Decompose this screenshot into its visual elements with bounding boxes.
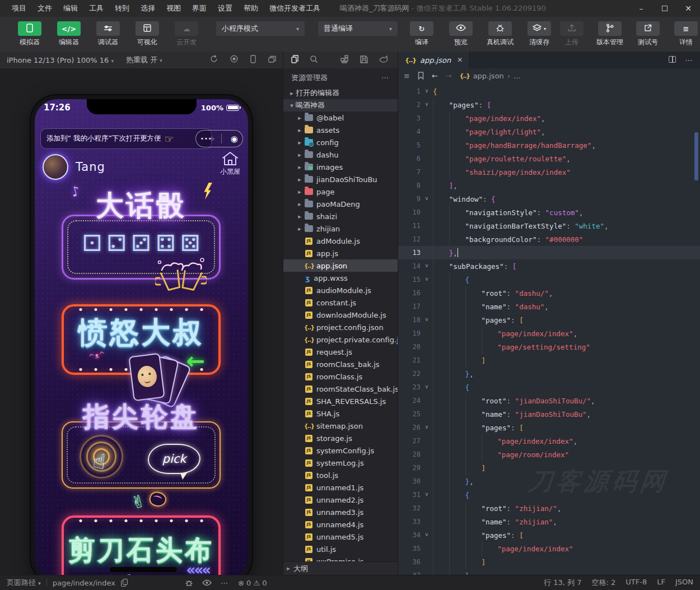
tree-item-app.wxss[interactable]: ʒapp.wxss [283, 272, 398, 284]
code-line-21[interactable]: 21] [398, 354, 700, 367]
black-room-button[interactable]: 小黑屋 [220, 151, 240, 176]
code-line-15[interactable]: 15˅{ [398, 273, 700, 286]
code-line-7[interactable]: 7"shaizi/page/index/index" [398, 165, 700, 179]
page-path-select[interactable]: 页面路径 ▾ [7, 578, 41, 588]
search-icon[interactable] [310, 55, 318, 65]
preview-eye-icon[interactable] [202, 579, 212, 586]
tree-item-dashu[interactable]: ▸dashu [283, 148, 398, 161]
code-line-20[interactable]: 20"page/setting/setting" [398, 340, 700, 354]
nav-back-icon[interactable]: ← [432, 72, 438, 80]
fold-chevron-icon[interactable]: ˅ [421, 263, 433, 270]
版本管理-button[interactable]: 版本管理 [594, 21, 626, 47]
record-icon[interactable] [230, 55, 238, 65]
code-line-1[interactable]: 1˅{ [398, 85, 700, 98]
code-line-24[interactable]: 24"root": "jianDaoShiTouBu/", [398, 394, 700, 407]
banner-zhijianlunpan[interactable]: 指尖轮盘 ☝ pick [62, 421, 221, 489]
tree-item-zhijian[interactable]: ▸zhijian [283, 222, 398, 235]
tree-item-constant.js[interactable]: JSconstant.js [283, 296, 398, 309]
tree-item-downloadModule.js[interactable]: JSdownloadModule.js [283, 309, 398, 321]
banner-dahuatou[interactable]: 大话骰 ♪ ⚀⚁⚂⚃⚄ [62, 215, 221, 280]
multi-window-icon[interactable] [268, 55, 276, 65]
code-line-37[interactable]: 37}, [398, 569, 700, 575]
menu-编辑[interactable]: 编辑 [58, 2, 83, 15]
banner-fennudashu[interactable]: 愤怒大叔 ← ^ᴥ^ [62, 304, 221, 375]
tree-item-page[interactable]: ▸page [283, 185, 398, 198]
fold-chevron-icon[interactable]: ˅ [421, 424, 433, 431]
模拟器-button[interactable]: 模拟器 [13, 21, 46, 47]
code-line-26[interactable]: 26˅"pages": [ [398, 421, 700, 434]
language-mode[interactable]: JSON [675, 578, 693, 588]
真机调试-button[interactable]: 真机调试 [484, 21, 516, 47]
statusbar-more-icon[interactable]: ⋯ [221, 579, 229, 587]
tree-item-SHA.js[interactable]: JSSHA.js [283, 407, 398, 420]
code-line-18[interactable]: 18˅"pages": [ [398, 313, 700, 327]
code-line-29[interactable]: 29] [398, 461, 700, 475]
tree-item-unnamed2.js[interactable]: JSunnamed2.js [283, 494, 398, 506]
tree-item-jianDaoShiTouBu[interactable]: ▸jianDaoShiTouBu [283, 173, 398, 185]
close-miniprogram-icon[interactable]: ◉ [231, 134, 238, 144]
tree-item-systemConfig.js[interactable]: JSsystemConfig.js [283, 444, 398, 457]
nav-forward-icon[interactable]: → [446, 72, 452, 80]
tab-app-json[interactable]: {‥} app.json ✕ [398, 52, 470, 68]
wechat-capsule[interactable]: ••• ◉ [195, 130, 243, 147]
code-line-5[interactable]: 5"page/handBarrage/handBarrage", [398, 138, 700, 152]
可视化-button[interactable]: 可视化 [131, 21, 164, 47]
code-line-28[interactable]: 28"page/room/index" [398, 448, 700, 461]
详情-button[interactable]: ≡详情 [670, 21, 700, 47]
fold-chevron-icon[interactable]: ˅ [421, 101, 433, 108]
code-line-9[interactable]: 9˅"window": { [398, 192, 700, 206]
code-line-12[interactable]: 12"backgroundColor": "#000000" [398, 233, 700, 246]
indentation-setting[interactable]: 空格: 2 [592, 578, 616, 588]
tree-item-assets[interactable]: ▸assets [283, 124, 398, 136]
tree-item-roomClass.js[interactable]: JSroomClass.js [283, 370, 398, 383]
code-line-16[interactable]: 16"root": "dashu/", [398, 286, 700, 300]
code-line-36[interactable]: 36] [398, 555, 700, 569]
tree-item-app.js[interactable]: JSapp.js [283, 247, 398, 259]
breadcrumb[interactable]: {‥} app.json › … [460, 72, 521, 80]
rotate-icon[interactable] [210, 55, 218, 65]
tree-item-images[interactable]: ▸images [283, 161, 398, 173]
code-line-33[interactable]: 33"name": "zhijian", [398, 515, 700, 528]
menu-微信开发者工具[interactable]: 微信开发者工具 [264, 2, 325, 15]
code-line-10[interactable]: 10"navigationStyle": "custom", [398, 206, 700, 219]
fold-chevron-icon[interactable]: ˅ [421, 276, 433, 283]
清缓存-button[interactable]: ▾清缓存 [523, 21, 556, 47]
outline-section[interactable]: ▸大纲 [283, 561, 398, 575]
more-menu-icon[interactable]: ••• [200, 136, 212, 142]
code-editor[interactable]: 刀客源码网 1˅{2˅"pages": [3"page/index/index"… [398, 83, 700, 575]
tree-item-request.js[interactable]: JSrequest.js [283, 346, 398, 358]
code-line-34[interactable]: 34˅"pages": [ [398, 528, 700, 542]
code-line-35[interactable]: 35"page/index/index" [398, 542, 700, 555]
save-icon[interactable] [360, 55, 368, 65]
menu-帮助[interactable]: 帮助 [239, 2, 263, 15]
tree-item-project.private.config.js…[interactable]: {‥}project.private.config.js… [283, 333, 398, 346]
cursor-position[interactable]: 行 13, 列 7 [544, 578, 581, 588]
files-icon[interactable] [291, 55, 298, 65]
fold-chevron-icon[interactable]: ˅ [421, 88, 433, 95]
whale-icon[interactable] [379, 55, 389, 64]
code-line-6[interactable]: 6"page/roulette/roulette", [398, 152, 700, 165]
device-select[interactable]: iPhone 12/13 (Pro) 100% 16 ▾ [7, 56, 114, 64]
close-button[interactable]: ✕ [676, 0, 700, 17]
debug-icon[interactable] [185, 579, 193, 587]
user-profile[interactable]: Tang [43, 154, 105, 180]
code-line-8[interactable]: 8], [398, 179, 700, 192]
minimize-button[interactable]: – [629, 0, 653, 17]
menu-设置[interactable]: 设置 [213, 2, 237, 15]
code-line-32[interactable]: 32"root": "zhijian/", [398, 501, 700, 515]
code-line-23[interactable]: 23˅{ [398, 380, 700, 394]
code-line-13[interactable]: 13}, [398, 246, 700, 259]
tree-item-project.config.json[interactable]: {‥}project.config.json [283, 321, 398, 333]
miniprogram-screen[interactable]: 17:26 100% 添加到“ 我的小程序”下次打开更方便☞ ••• ◉ [35, 99, 248, 580]
tree-item-wxPromise.js[interactable]: JSwxPromise.js [283, 555, 398, 561]
maximize-button[interactable]: ☐ [653, 0, 676, 17]
调试器-button[interactable]: 调试器 [92, 21, 124, 47]
tree-item-SHA_REVERSALS.js[interactable]: JSSHA_REVERSALS.js [283, 395, 398, 407]
tree-item-paoMaDeng[interactable]: ▸paoMaDeng [283, 198, 398, 210]
编辑器-button[interactable]: </>编辑器 [53, 21, 85, 47]
menu-项目[interactable]: 项目 [7, 2, 31, 15]
outline-list-icon[interactable]: ≡ [404, 72, 410, 80]
code-line-4[interactable]: 4"page/light/light", [398, 125, 700, 138]
code-line-3[interactable]: 3"page/index/index", [398, 112, 700, 125]
menu-视图[interactable]: 视图 [161, 2, 186, 15]
